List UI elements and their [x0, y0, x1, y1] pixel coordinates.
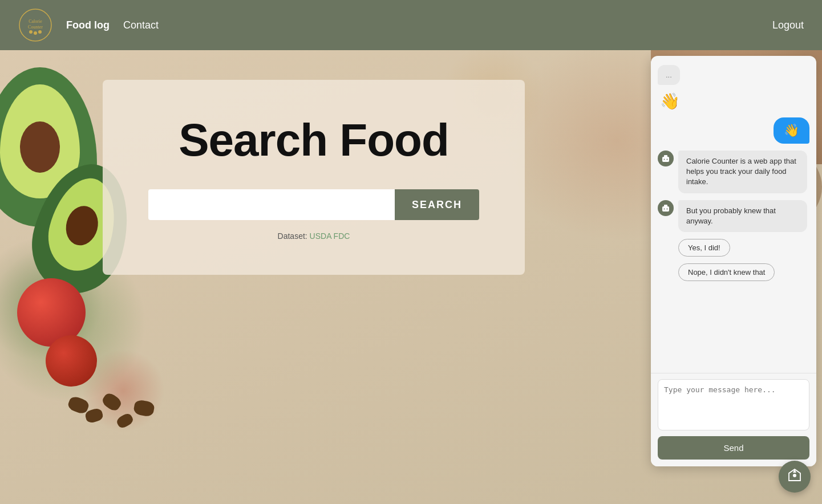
svg-point-12: [664, 208, 665, 209]
svg-point-4: [34, 31, 37, 35]
chat-bot-bubble-2: But you probably knew that anyway.: [678, 200, 807, 232]
chat-option-no[interactable]: Nope, I didn't knew that: [678, 263, 775, 281]
nav-contact[interactable]: Contact: [123, 19, 159, 31]
svg-rect-6: [662, 157, 669, 162]
svg-point-13: [667, 208, 668, 209]
chat-bot-icon-1: [658, 151, 674, 166]
chat-option-yes[interactable]: Yes, I did!: [678, 239, 730, 257]
svg-point-5: [38, 30, 42, 34]
chat-bot-message-1: Calorie Counter is a web app that helps …: [658, 151, 809, 193]
nuts-decoration: [63, 392, 177, 438]
dataset-label: Dataset: USDA FDC: [278, 231, 350, 241]
dataset-link[interactable]: USDA FDC: [310, 231, 350, 241]
chat-partial-message: ...: [658, 65, 680, 85]
chat-bot-bubble-1: Calorie Counter is a web app that helps …: [678, 151, 807, 193]
svg-rect-10: [662, 206, 669, 212]
svg-rect-11: [664, 205, 667, 207]
chat-widget: ... 👋 👋 Calorie Counter is a web app tha…: [651, 56, 816, 466]
svg-point-14: [793, 474, 796, 477]
nav-links: Food log Contact: [66, 19, 159, 31]
float-action-button[interactable]: [779, 461, 811, 493]
chat-input-area: Send: [651, 373, 816, 466]
search-button[interactable]: SEARCH: [395, 189, 479, 220]
chat-bot-icon-2: [658, 200, 674, 216]
chat-user-wave-1: 👋: [658, 92, 682, 111]
search-row: SEARCH: [148, 189, 479, 220]
nav-food-log[interactable]: Food log: [66, 19, 110, 31]
navbar: Calorie Counter Food log Contact Logout: [0, 0, 822, 50]
svg-text:Counter: Counter: [28, 25, 43, 30]
search-input[interactable]: [148, 189, 395, 220]
search-card: Search Food SEARCH Dataset: USDA FDC: [103, 80, 525, 275]
hero-section: Search Food SEARCH Dataset: USDA FDC ...…: [0, 50, 822, 504]
logo: Calorie Counter: [18, 8, 52, 42]
chat-messages: ... 👋 👋 Calorie Counter is a web app tha…: [651, 56, 816, 373]
chat-send-button[interactable]: Send: [658, 436, 809, 460]
float-action-icon: [787, 468, 802, 486]
search-title: Search Food: [179, 114, 449, 166]
chat-bot-message-2: But you probably knew that anyway.: [658, 200, 809, 232]
svg-point-8: [664, 159, 665, 160]
tomato-decoration-2: [46, 335, 97, 387]
svg-point-9: [667, 159, 668, 160]
logout-button[interactable]: Logout: [772, 19, 804, 31]
svg-text:Calorie: Calorie: [29, 19, 42, 24]
svg-rect-7: [664, 155, 667, 157]
chat-user-wave-2: 👋: [774, 117, 809, 144]
chat-textarea[interactable]: [658, 379, 809, 430]
svg-point-3: [29, 30, 33, 34]
